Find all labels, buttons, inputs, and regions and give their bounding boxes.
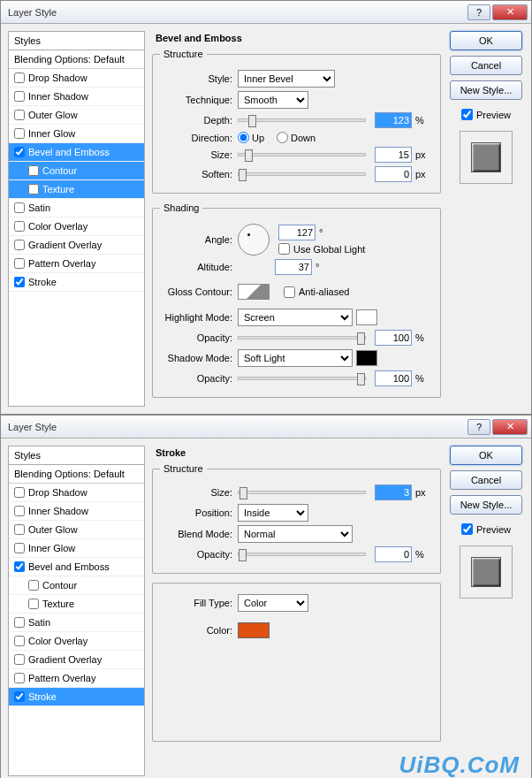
settings-panel: Stroke Structure Size:px Position:Inside… (152, 446, 441, 776)
highlight-color-swatch[interactable] (356, 309, 377, 325)
shadow-opacity-input[interactable] (375, 370, 412, 386)
highlight-opacity-slider[interactable] (238, 336, 366, 339)
styles-header[interactable]: Styles (9, 446, 144, 465)
style-checkbox[interactable] (28, 580, 39, 591)
highlight-label: Highlight Mode: (160, 312, 238, 323)
style-checkbox[interactable] (28, 165, 39, 176)
style-item-outer-glow[interactable]: Outer Glow (9, 521, 144, 539)
help-button[interactable]: ? (467, 419, 490, 435)
style-checkbox[interactable] (14, 561, 25, 572)
titlebar[interactable]: Layer Style ? ✕ (1, 416, 531, 439)
shadow-color-swatch[interactable] (356, 350, 377, 366)
style-checkbox[interactable] (14, 91, 25, 102)
color-swatch[interactable] (238, 622, 270, 638)
style-item-texture[interactable]: Texture (9, 180, 144, 199)
style-checkbox[interactable] (28, 184, 39, 194)
blend-mode-select[interactable]: Normal (238, 525, 353, 543)
styles-header[interactable]: Styles (9, 32, 144, 50)
style-item-satin[interactable]: Satin (9, 614, 144, 632)
direction-up[interactable]: Up (238, 132, 264, 143)
opacity-slider[interactable] (238, 553, 366, 556)
style-item-inner-glow[interactable]: Inner Glow (9, 125, 144, 143)
size-slider[interactable] (238, 153, 366, 156)
angle-input[interactable] (278, 225, 315, 240)
style-checkbox[interactable] (14, 673, 25, 683)
style-checkbox[interactable] (14, 654, 25, 665)
style-checkbox[interactable] (14, 636, 25, 646)
style-checkbox[interactable] (14, 543, 25, 553)
opacity-input[interactable] (375, 546, 412, 562)
position-select[interactable]: Inside (238, 504, 308, 522)
style-checkbox[interactable] (14, 221, 25, 232)
style-checkbox[interactable] (14, 617, 25, 628)
style-checkbox[interactable] (14, 202, 25, 213)
style-item-gradient-overlay[interactable]: Gradient Overlay (9, 651, 144, 669)
close-button[interactable]: ✕ (492, 4, 528, 20)
style-item-outer-glow[interactable]: Outer Glow (9, 106, 144, 125)
size-input[interactable] (375, 484, 412, 500)
style-item-contour[interactable]: Contour (9, 162, 144, 180)
style-item-bevel-and-emboss[interactable]: Bevel and Emboss (9, 143, 144, 162)
altitude-input[interactable] (275, 259, 312, 275)
ok-button[interactable]: OK (450, 31, 522, 50)
size-input[interactable] (375, 147, 412, 163)
style-item-texture[interactable]: Texture (9, 595, 144, 614)
highlight-opacity-input[interactable] (375, 330, 412, 346)
style-item-stroke[interactable]: Stroke (9, 273, 144, 292)
preview-check[interactable]: Preview (461, 109, 511, 120)
style-checkbox[interactable] (28, 599, 39, 609)
style-item-contour[interactable]: Contour (9, 576, 144, 595)
ok-button[interactable]: OK (450, 446, 522, 465)
style-checkbox[interactable] (14, 487, 25, 498)
soften-slider[interactable] (238, 172, 366, 176)
new-style-button[interactable]: New Style... (450, 495, 522, 515)
style-checkbox[interactable] (14, 506, 25, 516)
style-item-satin[interactable]: Satin (9, 199, 144, 217)
anti-aliased-check[interactable]: Anti-aliased (284, 286, 349, 298)
style-checkbox[interactable] (14, 524, 25, 535)
style-checkbox[interactable] (14, 691, 25, 702)
style-item-stroke[interactable]: Stroke (9, 688, 144, 706)
style-item-pattern-overlay[interactable]: Pattern Overlay (9, 669, 144, 688)
new-style-button[interactable]: New Style... (450, 80, 522, 100)
depth-input[interactable] (375, 112, 412, 128)
shadow-mode-select[interactable]: Soft Light (238, 349, 353, 367)
titlebar[interactable]: Layer Style ? ✕ (1, 1, 531, 24)
highlight-mode-select[interactable]: Screen (238, 309, 353, 326)
cancel-button[interactable]: Cancel (450, 470, 522, 490)
fill-type-select[interactable]: Color (238, 594, 308, 612)
style-item-drop-shadow[interactable]: Drop Shadow (9, 69, 144, 88)
style-checkbox[interactable] (14, 128, 25, 139)
style-item-inner-shadow[interactable]: Inner Shadow (9, 502, 144, 521)
gloss-contour-picker[interactable] (238, 284, 270, 300)
style-item-drop-shadow[interactable]: Drop Shadow (9, 484, 144, 502)
global-light-check[interactable]: Use Global Light (278, 243, 365, 255)
style-checkbox[interactable] (14, 72, 25, 83)
style-checkbox[interactable] (14, 258, 25, 269)
angle-dial[interactable] (238, 224, 270, 256)
technique-select[interactable]: Smooth (238, 91, 308, 109)
style-item-inner-shadow[interactable]: Inner Shadow (9, 88, 144, 106)
help-button[interactable]: ? (467, 4, 490, 20)
style-item-pattern-overlay[interactable]: Pattern Overlay (9, 255, 144, 273)
style-item-color-overlay[interactable]: Color Overlay (9, 217, 144, 236)
soften-input[interactable] (375, 166, 412, 182)
style-select[interactable]: Inner Bevel (238, 70, 335, 88)
style-item-color-overlay[interactable]: Color Overlay (9, 632, 144, 651)
style-checkbox[interactable] (14, 277, 25, 287)
shadow-opacity-slider[interactable] (238, 377, 366, 380)
size-slider[interactable] (238, 491, 366, 494)
style-checkbox[interactable] (14, 147, 25, 157)
style-item-inner-glow[interactable]: Inner Glow (9, 539, 144, 558)
blending-options-default[interactable]: Blending Options: Default (9, 50, 144, 69)
cancel-button[interactable]: Cancel (450, 56, 522, 75)
depth-slider[interactable] (238, 118, 366, 122)
style-item-gradient-overlay[interactable]: Gradient Overlay (9, 236, 144, 255)
close-button[interactable]: ✕ (492, 419, 528, 435)
blending-options-default[interactable]: Blending Options: Default (9, 465, 144, 484)
direction-down[interactable]: Down (277, 132, 315, 143)
style-item-bevel-and-emboss[interactable]: Bevel and Emboss (9, 558, 144, 576)
preview-check[interactable]: Preview (461, 523, 511, 535)
style-checkbox[interactable] (14, 110, 25, 120)
style-checkbox[interactable] (14, 240, 25, 250)
